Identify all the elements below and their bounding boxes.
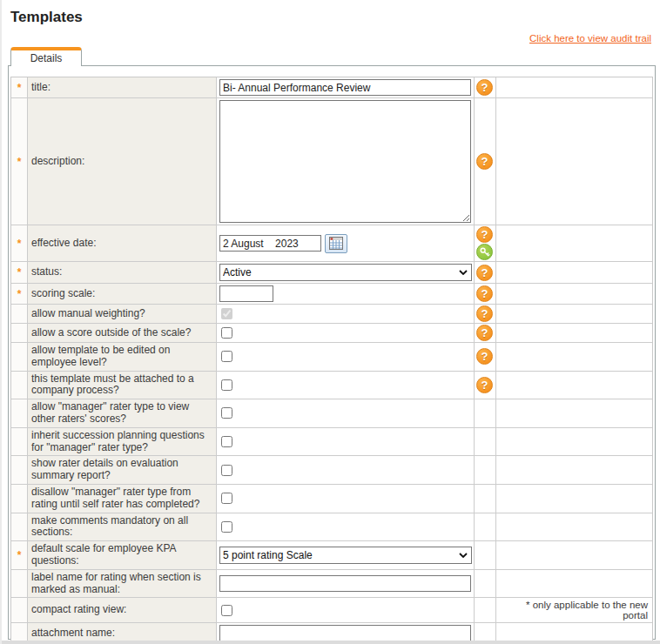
field-label: allow "manager" rater type to view other…: [27, 399, 216, 427]
template-editable-employee-checkbox[interactable]: [221, 351, 232, 362]
required-marker: *: [11, 541, 27, 569]
help-icon[interactable]: ?: [476, 377, 493, 393]
effective-date-input[interactable]: [219, 235, 321, 252]
portal-note: * only applicable to the new portal: [495, 598, 652, 622]
row-manager-view-scores: allow "manager" rater type to view other…: [11, 399, 652, 427]
field-label: allow a score outside of the scale?: [27, 324, 216, 342]
required-marker: [11, 343, 27, 371]
row-template-editable-employee: allow template to be edited on employee …: [11, 342, 652, 371]
row-score-outside-scale: allow a score outside of the scale? ?: [11, 323, 652, 342]
show-rater-details-checkbox[interactable]: [221, 465, 232, 476]
page-title: Templates: [10, 9, 660, 26]
field-label: allow template to be edited on employee …: [27, 343, 216, 371]
field-label: inherit succession planning questions fo…: [27, 428, 216, 456]
required-marker: *: [11, 98, 27, 225]
tab-details[interactable]: Details: [10, 47, 82, 66]
key-icon[interactable]: [476, 244, 493, 260]
attached-company-process-checkbox[interactable]: [221, 379, 232, 391]
bottom-divider: [2, 641, 660, 644]
disallow-manager-rating-checkbox[interactable]: [221, 493, 232, 504]
row-note: [495, 456, 652, 484]
required-marker: [11, 305, 27, 323]
form-table: * title: ? * description: ?: [10, 77, 653, 644]
row-manual-rating-label: label name for rating when section is ma…: [11, 569, 652, 598]
field-label: show rater details on evaluation summary…: [27, 456, 216, 484]
comments-mandatory-checkbox[interactable]: [221, 521, 232, 533]
row-note: [495, 485, 652, 513]
row-comments-mandatory: make comments mandatory on all sections:: [11, 513, 652, 541]
field-label: description:: [27, 98, 216, 225]
row-disallow-manager-rating: disallow "manager" rater type from ratin…: [11, 484, 652, 513]
required-marker: *: [11, 77, 27, 97]
help-icon[interactable]: ?: [476, 325, 493, 341]
required-marker: *: [11, 225, 27, 261]
required-marker: [11, 485, 27, 513]
row-note: [495, 570, 652, 598]
help-icon[interactable]: ?: [476, 305, 493, 322]
required-marker: [11, 428, 27, 456]
manual-rating-label-input[interactable]: [219, 575, 471, 592]
required-marker: *: [11, 284, 27, 304]
required-marker: [11, 324, 27, 342]
row-status: * status: Active ?: [11, 261, 652, 283]
row-title: * title: ?: [11, 77, 652, 97]
row-note: [495, 284, 652, 304]
compact-rating-view-checkbox[interactable]: [221, 605, 232, 616]
manager-view-scores-checkbox[interactable]: [221, 407, 232, 419]
help-icon[interactable]: ?: [476, 79, 493, 96]
help-icon[interactable]: ?: [476, 285, 493, 302]
row-attached-company-process: this template must be attached to a comp…: [11, 371, 652, 399]
row-scoring-scale: * scoring scale: ?: [11, 283, 652, 304]
row-allow-manual-weighting: allow manual weighting? ?: [11, 304, 652, 323]
calendar-icon: [329, 237, 343, 250]
field-label: effective date:: [27, 225, 216, 261]
field-label: compact rating view:: [27, 598, 216, 622]
row-note: [495, 428, 652, 456]
default-kpa-scale-select[interactable]: 5 point rating Scale: [219, 547, 472, 564]
audit-trail-link[interactable]: Click here to view audit trail: [529, 33, 651, 44]
row-effective-date: * effective date:: [11, 225, 652, 261]
row-show-rater-details: show rater details on evaluation summary…: [11, 455, 652, 484]
row-default-kpa-scale: * default scale for employee KPA questio…: [11, 540, 652, 569]
field-label: make comments mandatory on all sections:: [27, 513, 216, 541]
help-icon[interactable]: ?: [476, 226, 493, 243]
row-note: [495, 98, 652, 225]
templates-page: Templates Click here to view audit trail…: [0, 0, 660, 644]
required-marker: [11, 372, 27, 399]
row-note: [495, 324, 652, 342]
required-marker: [11, 598, 27, 622]
description-textarea[interactable]: [219, 100, 471, 223]
row-description: * description: ?: [11, 97, 652, 225]
calendar-button[interactable]: [325, 234, 347, 253]
help-icon[interactable]: ?: [476, 348, 493, 365]
score-outside-scale-checkbox[interactable]: [221, 327, 232, 339]
field-label: status:: [27, 262, 216, 283]
row-note: [495, 262, 652, 283]
scoring-scale-input[interactable]: [219, 285, 273, 302]
required-marker: [11, 456, 27, 484]
status-select[interactable]: Active: [219, 264, 472, 281]
row-note: [495, 343, 652, 371]
inherit-succession-questions-checkbox[interactable]: [221, 436, 232, 447]
row-note: [495, 305, 652, 323]
field-label: allow manual weighting?: [27, 305, 216, 323]
row-note: [495, 77, 652, 97]
row-compact-rating-view: compact rating view: * only applicable t…: [11, 597, 652, 622]
required-marker: *: [11, 262, 27, 283]
field-label: title:: [27, 77, 216, 97]
allow-manual-weighting-checkbox: [221, 308, 232, 319]
field-label: scoring scale:: [27, 284, 216, 304]
required-marker: [11, 513, 27, 541]
attachment-name-input[interactable]: [219, 625, 471, 641]
required-marker: [11, 399, 27, 427]
field-label: disallow "manager" rater type from ratin…: [27, 485, 216, 513]
row-note: [495, 372, 652, 399]
title-input[interactable]: [219, 79, 471, 96]
help-icon[interactable]: ?: [476, 153, 493, 170]
help-icon[interactable]: ?: [476, 265, 493, 281]
row-note: [495, 399, 652, 427]
field-label: default scale for employee KPA questions…: [27, 541, 216, 569]
row-inherit-succession-questions: inherit succession planning questions fo…: [11, 427, 652, 456]
field-label: label name for rating when section is ma…: [27, 570, 216, 598]
required-marker: [11, 570, 27, 598]
